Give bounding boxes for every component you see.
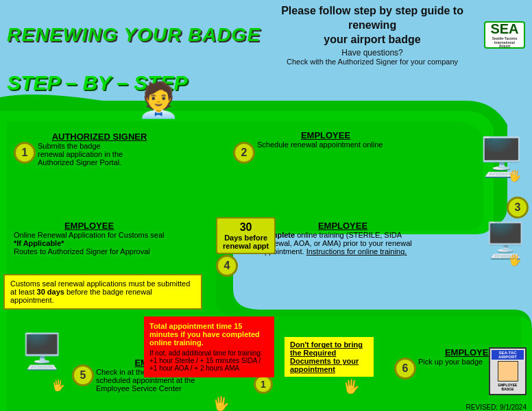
have-questions: Have questions? <box>267 48 477 58</box>
main-title: Please follow step by step guide to rene… <box>267 4 477 47</box>
step-1-box: AUTHORIZED SIGNER Submits the badgerenew… <box>38 132 161 166</box>
yellow-warning-box: Customs seal renewal applications must b… <box>3 274 202 310</box>
badge-photo <box>498 361 518 382</box>
main-area: STEP – BY – STEP 🧑‍💼 1 AUTHORIZED SIGNER… <box>0 70 532 411</box>
dontforget-text: Don't forget to bring the Required Docum… <box>290 340 363 373</box>
step-2-desc: Schedule renewal appointment online <box>257 140 394 149</box>
step-3-left-role: EMPLOYEE <box>14 221 165 231</box>
badge-top-bar: SEA-TAC AIRPORT <box>492 350 524 360</box>
step-1-role: AUTHORIZED SIGNER <box>38 132 161 142</box>
badge-employee-text: EMPLOYEEBADGE <box>498 383 518 391</box>
hand-step2: 🖐️ <box>508 169 522 182</box>
dontforget-box: Don't forget to bring the Required Docum… <box>285 337 374 377</box>
header: RENEWING YOUR BADGE Please follow step b… <box>0 0 532 70</box>
step-3-left-box: EMPLOYEE Online Renewal Application for … <box>14 221 165 256</box>
red-appointment-box: Total appointment time 15 minutes if you… <box>144 316 274 377</box>
header-center: Please follow step by step guide to rene… <box>261 4 484 66</box>
step-4-box: EMPLOYEE Complete online training (STERI… <box>261 221 425 256</box>
badge-image: SEA-TAC AIRPORT EMPLOYEEBADGE <box>489 347 527 395</box>
step-1-desc: Submits the badgerenewal application in … <box>38 142 161 166</box>
revised-text: REVISED: 9/1/2024 <box>466 403 527 411</box>
step-2-role: EMPLOYEE <box>257 130 394 140</box>
red-box-normal: If not, add additional time for training… <box>149 349 269 372</box>
days-box: 30 Days before renewal appt <box>216 217 276 254</box>
check-with: Check with the Authorized Signer for you… <box>267 58 477 66</box>
hand-step5-kiosk: 🖐️ <box>51 379 65 392</box>
kiosk-illustration: 🖥️ <box>21 332 63 371</box>
sea-logo: SEA Seattle-TacomaInternationalAirport <box>484 21 525 49</box>
step-3-left-desc: Online Renewal Application for Customs s… <box>14 231 165 256</box>
yellow-box-text: Customs seal renewal applications must b… <box>10 279 190 304</box>
sea-logo-text: SEA <box>490 21 518 37</box>
hand-step5: 🖐️ <box>213 395 230 411</box>
days-number: 30 <box>223 221 269 234</box>
desk-illustration: 🧑‍💼 <box>137 80 180 120</box>
step-2-box: EMPLOYEE Schedule renewal appointment on… <box>257 130 394 149</box>
sea-logo-subtext: Seattle-TacomaInternationalAirport <box>492 37 518 49</box>
page-title: RENEWING YOUR BADGE <box>7 24 261 46</box>
red-box-bold: Total appointment time 15 minutes if you… <box>149 322 269 347</box>
days-line2: renewal appt <box>223 242 269 250</box>
step-4-desc: Complete online training (STERILE, SIDA … <box>261 231 425 256</box>
step-4-role: EMPLOYEE <box>261 221 425 231</box>
hand-dontforget: 🖐️ <box>343 378 360 395</box>
hand-step4: 🖐️ <box>508 253 522 266</box>
days-line1: Days before <box>223 234 269 242</box>
